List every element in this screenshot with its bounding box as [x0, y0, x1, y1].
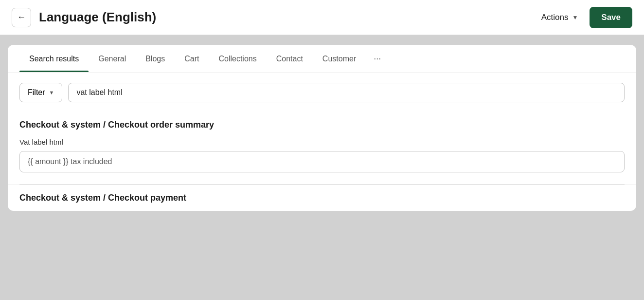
- filter-button[interactable]: Filter ▼: [19, 83, 62, 102]
- header: ← Language (English) Actions ▼ Save: [0, 0, 644, 35]
- save-button[interactable]: Save: [590, 7, 632, 28]
- filter-label: Filter: [28, 88, 45, 97]
- search-area: Filter ▼: [8, 73, 636, 112]
- more-tabs-button[interactable]: ···: [366, 45, 389, 73]
- filter-chevron-icon: ▼: [49, 90, 54, 95]
- main-card: Search results General Blogs Cart Collec…: [8, 45, 636, 211]
- chevron-down-icon: ▼: [572, 14, 578, 21]
- tab-contact[interactable]: Contact: [267, 46, 313, 72]
- tabs-bar: Search results General Blogs Cart Collec…: [8, 45, 636, 73]
- actions-button[interactable]: Actions ▼: [536, 9, 584, 26]
- back-button[interactable]: ←: [12, 8, 31, 27]
- tab-general[interactable]: General: [89, 46, 136, 72]
- section1-heading: Checkout & system / Checkout order summa…: [19, 112, 625, 138]
- tab-customer[interactable]: Customer: [313, 46, 366, 72]
- back-arrow-icon: ←: [17, 12, 26, 22]
- section2-heading: Checkout & system / Checkout payment: [19, 193, 625, 203]
- search-input[interactable]: [68, 83, 625, 102]
- field-label-vat: Vat label html: [19, 138, 625, 146]
- actions-label: Actions: [541, 13, 569, 22]
- content-area: Search results General Blogs Cart Collec…: [0, 35, 644, 300]
- tab-search-results[interactable]: Search results: [19, 46, 89, 72]
- page-title: Language (English): [39, 10, 536, 25]
- tab-cart[interactable]: Cart: [175, 46, 209, 72]
- vat-label-input[interactable]: [19, 151, 625, 172]
- tab-collections[interactable]: Collections: [209, 46, 266, 72]
- tab-blogs[interactable]: Blogs: [136, 46, 175, 72]
- section-checkout-payment: Checkout & system / Checkout payment: [8, 185, 636, 211]
- section-checkout-order-summary: Checkout & system / Checkout order summa…: [8, 112, 636, 184]
